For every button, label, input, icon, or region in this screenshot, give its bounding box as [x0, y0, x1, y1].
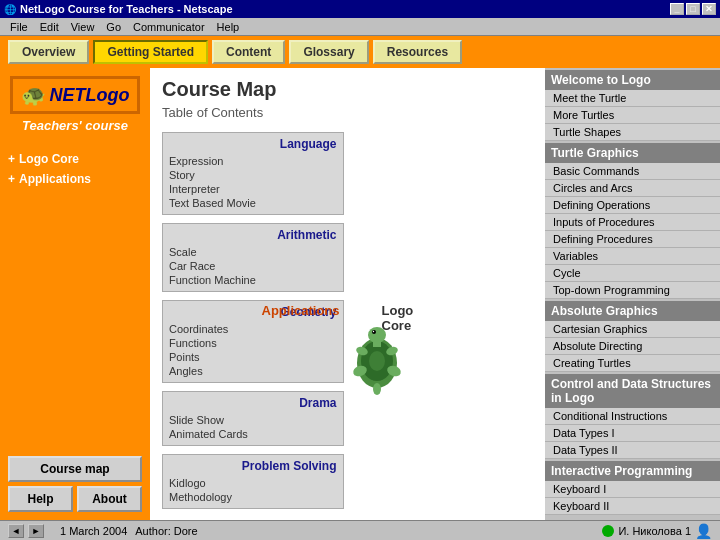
- nav-resources[interactable]: Resources: [373, 40, 462, 64]
- menu-bar: File Edit View Go Communicator Help: [0, 18, 720, 36]
- toc-item-angles[interactable]: Angles: [169, 364, 337, 378]
- status-user: И. Николова 1: [618, 525, 691, 537]
- right-item-data-types-1[interactable]: Data Types I: [545, 425, 720, 442]
- toc-item-expression[interactable]: Expression: [169, 154, 337, 168]
- right-item-inputs-procedures[interactable]: Inputs of Procedures: [545, 214, 720, 231]
- right-item-circles-arcs[interactable]: Circles and Arcs: [545, 180, 720, 197]
- toc-item-car-race[interactable]: Car Race: [169, 259, 337, 273]
- right-header-absolute-graphics: Absolute Graphics: [545, 301, 720, 321]
- status-date: 1 March 2004: [60, 525, 127, 537]
- toc-item-story[interactable]: Story: [169, 168, 337, 182]
- section-title-language: Language: [169, 137, 337, 151]
- svg-point-4: [372, 330, 376, 334]
- sidebar-logo-area: 🐢 NETLogo Teachers' course: [0, 68, 150, 141]
- svg-point-3: [368, 327, 386, 343]
- teachers-label: Teachers' course: [22, 118, 128, 133]
- help-button[interactable]: Help: [8, 486, 73, 512]
- toc-item-functions[interactable]: Functions: [169, 336, 337, 350]
- status-icons: ◄ ►: [8, 524, 44, 538]
- nav-glossary[interactable]: Glossary: [289, 40, 368, 64]
- right-item-absolute-directing[interactable]: Absolute Directing: [545, 338, 720, 355]
- toc-grid: Language Expression Story Interpreter Te…: [162, 132, 533, 509]
- right-item-keyboard-1[interactable]: Keyboard I: [545, 481, 720, 498]
- menu-help[interactable]: Help: [211, 21, 246, 33]
- window-title: NetLogo Course for Teachers - Netscape: [20, 3, 233, 15]
- main-container: 🐢 NETLogo Teachers' course + Logo Core +…: [0, 68, 720, 520]
- right-item-conditional[interactable]: Conditional Instructions: [545, 408, 720, 425]
- menu-view[interactable]: View: [65, 21, 101, 33]
- logo-box: 🐢 NETLogo: [10, 76, 141, 114]
- right-panel: Welcome to Logo Meet the Turtle More Tur…: [545, 68, 720, 520]
- toc-section-problem-solving: Problem Solving Kidlogo Methodology: [162, 454, 344, 509]
- title-bar: 🌐 NetLogo Course for Teachers - Netscape…: [0, 0, 720, 18]
- window-controls: _ □ ✕: [670, 3, 716, 15]
- right-item-defining-procedures[interactable]: Defining Procedures: [545, 231, 720, 248]
- status-right: И. Николова 1 👤: [602, 523, 712, 539]
- right-spacer-1: [352, 132, 534, 215]
- toc-item-animated-cards[interactable]: Animated Cards: [169, 427, 337, 441]
- menu-go[interactable]: Go: [100, 21, 127, 33]
- toc-item-text-based-movie[interactable]: Text Based Movie: [169, 196, 337, 210]
- toc-section-language: Language Expression Story Interpreter Te…: [162, 132, 344, 215]
- nav-overview[interactable]: Overview: [8, 40, 89, 64]
- nav-toolbar: Overview Getting Started Content Glossar…: [0, 36, 720, 68]
- page-subtitle: Table of Contents: [162, 105, 533, 120]
- toc-section-drama: Drama Slide Show Animated Cards: [162, 391, 344, 446]
- right-item-more-turtles[interactable]: More Turtles: [545, 107, 720, 124]
- toc-section-arithmetic: Arithmetic Scale Car Race Function Machi…: [162, 223, 344, 292]
- course-map-button[interactable]: Course map: [8, 456, 142, 482]
- about-button[interactable]: About: [77, 486, 142, 512]
- right-item-variables[interactable]: Variables: [545, 248, 720, 265]
- toc-item-scale[interactable]: Scale: [169, 245, 337, 259]
- section-title-arithmetic: Arithmetic: [169, 228, 337, 242]
- applications-float-label: Applications: [262, 303, 340, 318]
- section-title-problem-solving: Problem Solving: [169, 459, 337, 473]
- toc-wrapper: Language Expression Story Interpreter Te…: [162, 132, 533, 509]
- sidebar-item-logo-core[interactable]: + Logo Core: [8, 149, 142, 169]
- turtle-illustration: [342, 313, 412, 403]
- right-item-cartesian[interactable]: Cartesian Graphics: [545, 321, 720, 338]
- forward-icon[interactable]: ►: [28, 524, 44, 538]
- right-item-meet-turtle[interactable]: Meet the Turtle: [545, 90, 720, 107]
- minimize-button[interactable]: _: [670, 3, 684, 15]
- maximize-button[interactable]: □: [686, 3, 700, 15]
- back-icon[interactable]: ◄: [8, 524, 24, 538]
- svg-point-10: [373, 383, 381, 395]
- toc-item-interpreter[interactable]: Interpreter: [169, 182, 337, 196]
- menu-file[interactable]: File: [4, 21, 34, 33]
- menu-edit[interactable]: Edit: [34, 21, 65, 33]
- status-user-icon: 👤: [695, 523, 712, 539]
- right-item-keyboard-2[interactable]: Keyboard II: [545, 498, 720, 515]
- right-item-data-types-2[interactable]: Data Types II: [545, 442, 720, 459]
- nav-getting-started[interactable]: Getting Started: [93, 40, 208, 64]
- status-bar: ◄ ► 1 March 2004 Author: Dore И. Николов…: [0, 520, 720, 540]
- nav-content[interactable]: Content: [212, 40, 285, 64]
- toc-item-points[interactable]: Points: [169, 350, 337, 364]
- toc-item-coordinates[interactable]: Coordinates: [169, 322, 337, 336]
- sidebar: 🐢 NETLogo Teachers' course + Logo Core +…: [0, 68, 150, 520]
- right-item-defining-operations[interactable]: Defining Operations: [545, 197, 720, 214]
- app-icon: 🌐: [4, 4, 16, 15]
- right-item-basic-commands[interactable]: Basic Commands: [545, 163, 720, 180]
- toc-item-kidlogo[interactable]: Kidlogo: [169, 476, 337, 490]
- right-item-turtle-shapes[interactable]: Turtle Shapes: [545, 124, 720, 141]
- right-header-control-data: Control and Data Structures in Logo: [545, 374, 720, 408]
- svg-point-2: [369, 351, 385, 371]
- help-about-row: Help About: [8, 486, 142, 512]
- menu-communicator[interactable]: Communicator: [127, 21, 211, 33]
- right-header-interactive: Interactive Programming: [545, 461, 720, 481]
- right-item-creating-turtles[interactable]: Creating Turtles: [545, 355, 720, 372]
- right-item-cycle[interactable]: Cycle: [545, 265, 720, 282]
- toc-item-methodology[interactable]: Methodology: [169, 490, 337, 504]
- svg-rect-11: [373, 341, 381, 347]
- sidebar-bottom-buttons: Course map Help About: [0, 448, 150, 520]
- sidebar-item-applications[interactable]: + Applications: [8, 169, 142, 189]
- toc-item-slide-show[interactable]: Slide Show: [169, 413, 337, 427]
- toc-item-function-machine[interactable]: Function Machine: [169, 273, 337, 287]
- right-item-top-down[interactable]: Top-down Programming: [545, 282, 720, 299]
- plus-icon-applications: +: [8, 172, 15, 186]
- close-button[interactable]: ✕: [702, 3, 716, 15]
- status-indicator: [602, 525, 614, 537]
- sidebar-nav: + Logo Core + Applications: [0, 141, 150, 197]
- right-header-turtle-graphics: Turtle Graphics: [545, 143, 720, 163]
